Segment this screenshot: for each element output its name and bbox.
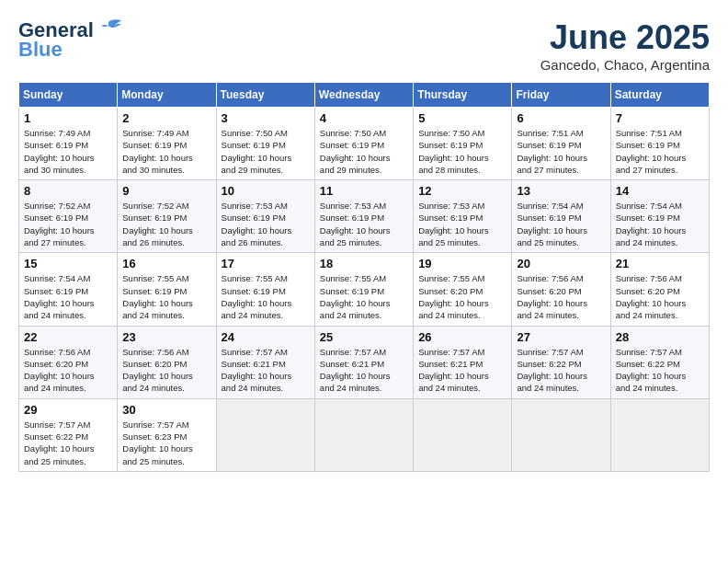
calendar-cell: [314, 398, 413, 471]
calendar-cell: 12Sunrise: 7:53 AM Sunset: 6:19 PM Dayli…: [414, 180, 512, 253]
calendar-cell: 8Sunrise: 7:52 AM Sunset: 6:19 PM Daylig…: [19, 180, 118, 253]
logo-subtext: Blue: [18, 38, 63, 62]
day-number: 26: [418, 330, 506, 344]
calendar-cell: 15Sunrise: 7:54 AM Sunset: 6:19 PM Dayli…: [19, 253, 118, 326]
calendar-cell: 29Sunrise: 7:57 AM Sunset: 6:22 PM Dayli…: [19, 398, 118, 471]
day-info: Sunrise: 7:51 AM Sunset: 6:19 PM Dayligh…: [517, 127, 605, 176]
day-info: Sunrise: 7:54 AM Sunset: 6:19 PM Dayligh…: [517, 200, 605, 248]
month-year-title: June 2025: [540, 18, 710, 57]
calendar-cell: 16Sunrise: 7:55 AM Sunset: 6:19 PM Dayli…: [118, 253, 216, 326]
day-info: Sunrise: 7:49 AM Sunset: 6:19 PM Dayligh…: [24, 127, 112, 176]
day-info: Sunrise: 7:54 AM Sunset: 6:19 PM Dayligh…: [616, 200, 704, 248]
calendar-week-row: 1Sunrise: 7:49 AM Sunset: 6:19 PM Daylig…: [19, 108, 710, 180]
calendar-cell: 30Sunrise: 7:57 AM Sunset: 6:23 PM Dayli…: [118, 398, 216, 471]
calendar-cell: 26Sunrise: 7:57 AM Sunset: 6:21 PM Dayli…: [414, 326, 512, 398]
calendar-cell: 18Sunrise: 7:55 AM Sunset: 6:19 PM Dayli…: [314, 253, 413, 326]
calendar-cell: 14Sunrise: 7:54 AM Sunset: 6:19 PM Dayli…: [610, 180, 709, 253]
day-number: 17: [222, 257, 310, 270]
title-area: June 2025 Gancedo, Chaco, Argentina: [540, 18, 710, 73]
calendar-table: SundayMondayTuesdayWednesdayThursdayFrid…: [18, 82, 710, 472]
day-number: 23: [122, 330, 210, 344]
day-number: 8: [24, 184, 112, 198]
day-info: Sunrise: 7:57 AM Sunset: 6:22 PM Dayligh…: [517, 346, 605, 395]
day-info: Sunrise: 7:57 AM Sunset: 6:22 PM Dayligh…: [24, 419, 112, 467]
calendar-cell: 22Sunrise: 7:56 AM Sunset: 6:20 PM Dayli…: [19, 326, 118, 398]
day-info: Sunrise: 7:50 AM Sunset: 6:19 PM Dayligh…: [222, 127, 310, 176]
calendar-cell: 20Sunrise: 7:56 AM Sunset: 6:20 PM Dayli…: [512, 253, 610, 326]
day-info: Sunrise: 7:55 AM Sunset: 6:19 PM Dayligh…: [222, 272, 310, 321]
day-number: 28: [616, 330, 704, 344]
day-info: Sunrise: 7:55 AM Sunset: 6:20 PM Dayligh…: [418, 272, 506, 321]
calendar-cell: 1Sunrise: 7:49 AM Sunset: 6:19 PM Daylig…: [19, 108, 118, 180]
day-number: 11: [320, 184, 408, 198]
col-header-tuesday: Tuesday: [216, 83, 314, 108]
day-number: 27: [517, 330, 605, 344]
day-info: Sunrise: 7:56 AM Sunset: 6:20 PM Dayligh…: [122, 346, 210, 395]
calendar-cell: 5Sunrise: 7:50 AM Sunset: 6:19 PM Daylig…: [414, 108, 512, 180]
day-number: 6: [517, 111, 605, 125]
day-info: Sunrise: 7:50 AM Sunset: 6:19 PM Dayligh…: [320, 127, 408, 176]
day-info: Sunrise: 7:57 AM Sunset: 6:22 PM Dayligh…: [616, 346, 704, 395]
calendar-cell: 23Sunrise: 7:56 AM Sunset: 6:20 PM Dayli…: [118, 326, 216, 398]
day-number: 19: [418, 257, 506, 270]
col-header-wednesday: Wednesday: [314, 83, 413, 108]
calendar-header-row: SundayMondayTuesdayWednesdayThursdayFrid…: [19, 83, 710, 108]
calendar-cell: 28Sunrise: 7:57 AM Sunset: 6:22 PM Dayli…: [610, 326, 709, 398]
day-info: Sunrise: 7:49 AM Sunset: 6:19 PM Dayligh…: [122, 127, 210, 176]
day-info: Sunrise: 7:50 AM Sunset: 6:19 PM Dayligh…: [418, 127, 506, 176]
day-info: Sunrise: 7:55 AM Sunset: 6:19 PM Dayligh…: [320, 272, 408, 321]
day-info: Sunrise: 7:52 AM Sunset: 6:19 PM Dayligh…: [122, 200, 210, 248]
calendar-cell: 24Sunrise: 7:57 AM Sunset: 6:21 PM Dayli…: [216, 326, 314, 398]
calendar-week-row: 8Sunrise: 7:52 AM Sunset: 6:19 PM Daylig…: [19, 180, 710, 253]
day-info: Sunrise: 7:57 AM Sunset: 6:21 PM Dayligh…: [320, 346, 408, 395]
day-info: Sunrise: 7:53 AM Sunset: 6:19 PM Dayligh…: [222, 200, 310, 248]
day-info: Sunrise: 7:51 AM Sunset: 6:19 PM Dayligh…: [616, 127, 704, 176]
day-info: Sunrise: 7:53 AM Sunset: 6:19 PM Dayligh…: [418, 200, 506, 248]
day-number: 10: [222, 184, 310, 198]
day-info: Sunrise: 7:57 AM Sunset: 6:23 PM Dayligh…: [122, 419, 210, 467]
logo: General Blue: [18, 18, 123, 62]
calendar-cell: 4Sunrise: 7:50 AM Sunset: 6:19 PM Daylig…: [314, 108, 413, 180]
col-header-thursday: Thursday: [414, 83, 512, 108]
day-number: 7: [616, 111, 704, 125]
calendar-week-row: 29Sunrise: 7:57 AM Sunset: 6:22 PM Dayli…: [19, 398, 710, 471]
calendar-cell: 19Sunrise: 7:55 AM Sunset: 6:20 PM Dayli…: [414, 253, 512, 326]
day-number: 30: [122, 403, 210, 417]
day-number: 20: [517, 257, 605, 270]
day-number: 22: [24, 330, 112, 344]
day-info: Sunrise: 7:57 AM Sunset: 6:21 PM Dayligh…: [418, 346, 506, 395]
day-number: 15: [24, 257, 112, 270]
calendar-week-row: 15Sunrise: 7:54 AM Sunset: 6:19 PM Dayli…: [19, 253, 710, 326]
day-info: Sunrise: 7:56 AM Sunset: 6:20 PM Dayligh…: [616, 272, 704, 321]
day-info: Sunrise: 7:56 AM Sunset: 6:20 PM Dayligh…: [517, 272, 605, 321]
page-header: General Blue June 2025 Gancedo, Chaco, A…: [18, 18, 710, 73]
calendar-cell: 9Sunrise: 7:52 AM Sunset: 6:19 PM Daylig…: [118, 180, 216, 253]
day-number: 3: [222, 111, 310, 125]
day-number: 24: [222, 330, 310, 344]
col-header-saturday: Saturday: [610, 83, 709, 108]
day-info: Sunrise: 7:57 AM Sunset: 6:21 PM Dayligh…: [222, 346, 310, 395]
day-number: 13: [517, 184, 605, 198]
calendar-cell: [512, 398, 610, 471]
location-subtitle: Gancedo, Chaco, Argentina: [540, 57, 710, 73]
day-number: 29: [24, 403, 112, 417]
day-number: 12: [418, 184, 506, 198]
calendar-week-row: 22Sunrise: 7:56 AM Sunset: 6:20 PM Dayli…: [19, 326, 710, 398]
day-number: 2: [122, 111, 210, 125]
calendar-cell: 11Sunrise: 7:53 AM Sunset: 6:19 PM Dayli…: [314, 180, 413, 253]
calendar-cell: 27Sunrise: 7:57 AM Sunset: 6:22 PM Dayli…: [512, 326, 610, 398]
calendar-cell: 2Sunrise: 7:49 AM Sunset: 6:19 PM Daylig…: [118, 108, 216, 180]
day-number: 5: [418, 111, 506, 125]
calendar-cell: [414, 398, 512, 471]
day-info: Sunrise: 7:53 AM Sunset: 6:19 PM Dayligh…: [320, 200, 408, 248]
day-number: 25: [320, 330, 408, 344]
calendar-cell: 10Sunrise: 7:53 AM Sunset: 6:19 PM Dayli…: [216, 180, 314, 253]
day-number: 18: [320, 257, 408, 270]
calendar-cell: [610, 398, 709, 471]
day-info: Sunrise: 7:55 AM Sunset: 6:19 PM Dayligh…: [122, 272, 210, 321]
day-info: Sunrise: 7:52 AM Sunset: 6:19 PM Dayligh…: [24, 200, 112, 248]
logo-bird-icon: [96, 18, 123, 39]
col-header-sunday: Sunday: [19, 83, 118, 108]
day-number: 9: [122, 184, 210, 198]
calendar-cell: 21Sunrise: 7:56 AM Sunset: 6:20 PM Dayli…: [610, 253, 709, 326]
